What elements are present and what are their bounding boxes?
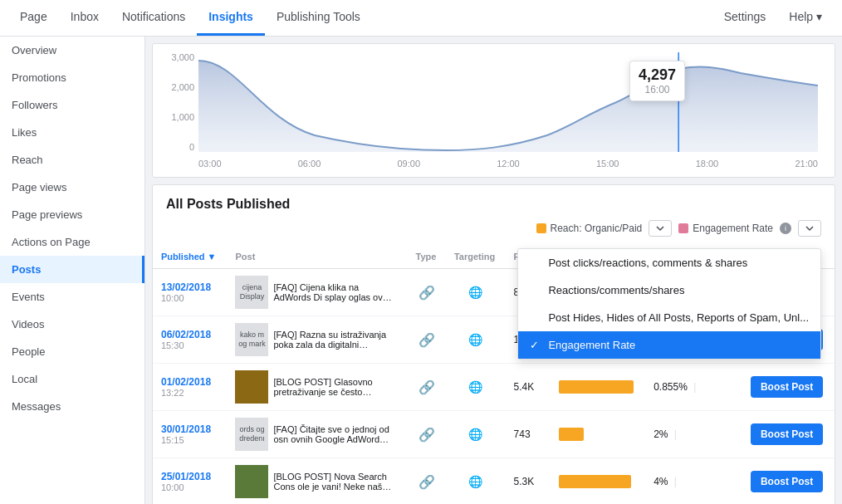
boost-cell: Boost Post <box>742 411 835 458</box>
main-layout: Overview Promotions Followers Likes Reac… <box>0 37 842 504</box>
sidebar-item-videos[interactable]: Videos <box>0 311 144 338</box>
reach-filter-label: Reach: Organic/Paid <box>551 223 643 234</box>
dropdown-item-reactions[interactable]: Reactions/comments/shares <box>518 276 820 304</box>
globe-icon: 🌐 <box>468 286 482 299</box>
sidebar-item-messages[interactable]: Messages <box>0 393 144 420</box>
targeting-icon: 🌐 <box>454 428 497 441</box>
boost-post-button[interactable]: Boost Post <box>751 471 823 492</box>
info-icon[interactable]: i <box>780 223 791 234</box>
link-icon: 🔗 <box>419 332 435 348</box>
targeting-icon: 🌐 <box>454 380 497 394</box>
post-thumbnail <box>235 370 268 404</box>
link-icon: 🔗 <box>419 285 435 301</box>
sidebar-item-likes[interactable]: Likes <box>0 119 144 146</box>
nav-page[interactable]: Page <box>8 0 59 36</box>
sidebar-item-page-views[interactable]: Page views <box>0 174 144 201</box>
nav-settings[interactable]: Settings <box>712 10 778 26</box>
boost-cell: Boost Post <box>742 364 835 411</box>
reach-filter-badge: Reach: Organic/Paid <box>536 223 643 234</box>
published-time: 10:00 <box>161 482 218 492</box>
x-label-1200: 12:00 <box>497 159 520 169</box>
sidebar-item-people[interactable]: People <box>0 338 144 365</box>
sidebar-item-posts[interactable]: Posts <box>0 256 144 283</box>
chevron-down-icon <box>656 224 664 232</box>
sidebar-item-local[interactable]: Local <box>0 365 144 393</box>
nav-inbox[interactable]: Inbox <box>59 0 110 36</box>
y-label-3000: 3,000 <box>161 52 194 62</box>
dropdown-item-engagement-rate[interactable]: ✓ Engagement Rate <box>518 331 820 359</box>
published-date: 30/01/2018 <box>161 423 218 435</box>
type-icon: 🔗 <box>416 285 438 301</box>
post-title: [FAQ] Razna su istraživanja poka zala da… <box>273 330 393 350</box>
boost-cell: Boost Post <box>742 458 835 505</box>
reach-bar-cell <box>551 411 645 458</box>
dropdown-item-clicks[interactable]: Post clicks/reactions, comments & shares <box>518 249 820 276</box>
sidebar-item-overview[interactable]: Overview <box>0 37 144 64</box>
chart-svg <box>198 52 818 152</box>
chart-area: 3,000 2,000 1,000 0 <box>152 43 835 178</box>
boost-post-button[interactable]: Boost Post <box>751 376 823 398</box>
published-date: 25/01/2018 <box>161 471 218 482</box>
nav-notifications[interactable]: Notifications <box>110 0 197 36</box>
reach-filter-dropdown[interactable] <box>649 220 672 237</box>
boost-post-button[interactable]: Boost Post <box>751 423 823 445</box>
sidebar-item-reach[interactable]: Reach <box>0 146 144 174</box>
globe-icon: 🌐 <box>468 380 482 394</box>
sidebar: Overview Promotions Followers Likes Reac… <box>0 37 145 504</box>
post-title: [BLOG POST] Nova Search Cons ole je vani… <box>273 472 393 492</box>
dropdown-item-hides-label: Post Hides, Hides of All Posts, Reports … <box>548 311 809 324</box>
chart-x-axis: 03:00 06:00 09:00 12:00 15:00 18:00 21:0… <box>198 159 818 169</box>
globe-icon: 🌐 <box>468 333 482 346</box>
engagement-rate-value: 2% <box>654 428 668 440</box>
x-label-1500: 15:00 <box>596 159 619 169</box>
col-header-post: Post <box>227 245 407 269</box>
nav-help[interactable]: Help ▾ <box>777 10 834 26</box>
published-date: 01/02/2018 <box>161 376 218 388</box>
table-row: 01/02/201813:22[BLOG POST] Glasovno pret… <box>153 364 835 411</box>
type-icon: 🔗 <box>416 427 438 443</box>
sidebar-item-actions-on-page[interactable]: Actions on Page <box>0 228 144 256</box>
engagement-dropdown-menu: Post clicks/reactions, comments & shares… <box>517 248 821 360</box>
chart-plot <box>198 52 818 152</box>
engagement-color-indicator <box>678 223 688 233</box>
chevron-down-icon-2 <box>805 224 814 232</box>
sidebar-item-page-previews[interactable]: Page previews <box>0 201 144 228</box>
engagement-filter-badge: Engagement Rate i <box>678 223 791 234</box>
engagement-filter-label: Engagement Rate <box>693 223 773 234</box>
post-preview: ords og dredenı[FAQ] Čitajte sve o jedno… <box>235 418 393 451</box>
dropdown-item-hides[interactable]: Post Hides, Hides of All Posts, Reports … <box>518 304 820 331</box>
post-preview: [BLOG POST] Glasovno pretraživanje se če… <box>235 370 393 404</box>
sidebar-item-events[interactable]: Events <box>0 283 144 311</box>
link-icon: 🔗 <box>419 474 435 490</box>
x-label-0600: 06:00 <box>298 159 321 169</box>
nav-insights[interactable]: Insights <box>197 0 265 36</box>
targeting-icon: 🌐 <box>454 286 497 299</box>
sidebar-item-promotions[interactable]: Promotions <box>0 64 144 91</box>
sidebar-item-followers[interactable]: Followers <box>0 91 144 119</box>
filter-row: Reach: Organic/Paid Engagement Rate i <box>153 212 835 245</box>
post-preview: cijena Display[FAQ] Cijena klika na AdWo… <box>235 276 393 309</box>
chart-tooltip: 4,297 16:00 <box>629 61 685 101</box>
globe-icon: 🌐 <box>468 428 482 441</box>
post-title: [FAQ] Cijena klika na AdWords Di splay o… <box>273 282 393 302</box>
post-title: [FAQ] Čitajte sve o jednoj od osn ovnih … <box>273 424 393 444</box>
tooltip-value: 4,297 <box>639 66 676 84</box>
tooltip-time: 16:00 <box>639 84 676 95</box>
chart-wrapper: 3,000 2,000 1,000 0 <box>161 52 818 169</box>
col-header-published[interactable]: Published ▼ <box>153 245 227 269</box>
divider: | <box>674 428 677 440</box>
published-date: 13/02/2018 <box>161 281 218 293</box>
reach-value: 743 <box>506 411 551 458</box>
divider: | <box>674 476 677 487</box>
engagement-filter-dropdown[interactable] <box>798 220 821 237</box>
chart-y-axis: 3,000 2,000 1,000 0 <box>161 52 194 152</box>
posts-section: All Posts Published Reach: Organic/Paid … <box>152 184 835 504</box>
post-title: [BLOG POST] Glasovno pretraživanje se če… <box>273 377 393 397</box>
posts-section-title: All Posts Published <box>153 185 835 212</box>
engagement-rate-cell: 4% | <box>645 458 742 505</box>
nav-publishing-tools[interactable]: Publishing Tools <box>265 0 372 36</box>
x-label-2100: 21:00 <box>795 159 818 169</box>
post-preview: [BLOG POST] Nova Search Cons ole je vani… <box>235 465 393 498</box>
checkmark-icon: ✓ <box>530 339 541 351</box>
type-icon: 🔗 <box>416 474 438 490</box>
